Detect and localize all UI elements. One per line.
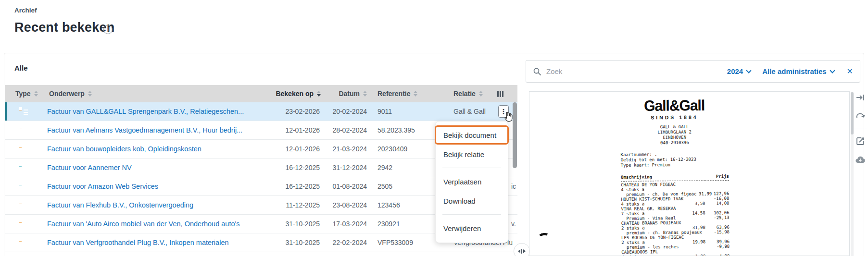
- column-header-label: Onderwerp: [49, 90, 85, 98]
- reference-cell: 2942: [373, 164, 430, 171]
- edit-icon: [855, 136, 865, 146]
- reference-cell: 123456: [373, 201, 430, 209]
- preview-scrollbar[interactable]: [851, 92, 854, 134]
- subject-link[interactable]: Factuur voor Aannemer NV: [47, 164, 266, 171]
- tab-alle[interactable]: Alle: [14, 64, 28, 72]
- reference-cell: 58.2023.395: [373, 126, 430, 134]
- close-icon[interactable]: ✕: [847, 67, 853, 76]
- subject-link[interactable]: Factuur van 'Auto Airco mobiel van der V…: [47, 220, 266, 228]
- column-header-onderwerp[interactable]: Onderwerp: [47, 90, 266, 98]
- viewed-on-cell: 11-12-2025: [266, 201, 325, 209]
- sort-icon[interactable]: [363, 91, 367, 97]
- reference-cell: VFP533009: [373, 239, 430, 246]
- document-preview: Gall&Gall SINDS 1884 GALL & GALLLIMBURGL…: [529, 91, 850, 256]
- date-cell: 28-02-2024: [325, 126, 373, 134]
- viewed-on-cell: 31-10-2025: [266, 239, 325, 246]
- viewed-on-cell: 31-10-2025: [266, 220, 325, 228]
- info-icon[interactable]: i: [103, 25, 113, 34]
- download-button[interactable]: [855, 154, 866, 165]
- toolbar-divider: [854, 129, 867, 129]
- year-filter-value: 2024: [727, 67, 743, 75]
- column-settings-icon: [497, 91, 503, 97]
- column-header-referentie[interactable]: Referentie: [373, 90, 430, 98]
- recent-viewed-page: Archief Recent bekeken i Alle Type Onder…: [0, 0, 868, 256]
- viewed-on-cell: 12-01-2026: [266, 126, 325, 134]
- panel-resize-handle[interactable]: [514, 243, 530, 256]
- subject-link[interactable]: Factuur van Verfgroothandel Plug B.V., I…: [47, 239, 266, 246]
- menu-divider: [442, 214, 501, 215]
- date-cell: 17-03-2024: [325, 220, 373, 228]
- table-header-row: Type Onderwerp Bekeken op Datum Referent…: [5, 85, 517, 102]
- menu-item-download[interactable]: Download: [436, 191, 508, 210]
- chevron-down-icon: [830, 68, 835, 73]
- chevron-down-icon: [746, 68, 752, 73]
- viewed-on-cell: 23-02-2026: [266, 108, 325, 115]
- collapse-right-button[interactable]: [855, 92, 866, 103]
- menu-divider: [442, 168, 501, 168]
- reference-cell: 9011: [373, 108, 430, 115]
- page-title: Recent bekeken: [14, 20, 114, 35]
- reference-cell: 230921: [373, 220, 430, 228]
- panel-divider: [522, 53, 522, 256]
- sort-icon[interactable]: [479, 91, 483, 97]
- column-header-relatie[interactable]: Relatie: [430, 90, 500, 98]
- column-header-bekeken-op[interactable]: Bekeken op: [266, 90, 325, 98]
- subject-link[interactable]: Factuur voor Amazon Web Services: [47, 183, 266, 190]
- menu-item-bekijk-relatie[interactable]: Bekijk relatie: [436, 145, 508, 164]
- subject-link[interactable]: Factuur van Aelmans Vastgoedmanagement B…: [47, 126, 266, 134]
- date-cell: 31-12-2024: [325, 164, 373, 171]
- receipt-col-description: Omschrijving: [621, 174, 705, 182]
- sort-icon[interactable]: [88, 91, 92, 97]
- relation-cell-fragment: ic: [511, 183, 516, 190]
- receipt-logo: Gall&Gall: [620, 97, 729, 114]
- menu-item-bekijk-document[interactable]: Bekijk document: [436, 125, 508, 145]
- receipt-line: 4 stuks a1,004,00: [621, 254, 730, 256]
- receipt-lines: CHATEAU DE YON FIGEAC 4 stuks a premium …: [621, 182, 730, 256]
- search-bar: 2024 Alle administraties ✕: [526, 60, 860, 83]
- search-icon: [533, 67, 541, 76]
- table-row[interactable]: Factuur van GALL&GALL Sprengenpark B.V.,…: [5, 102, 517, 121]
- receipt-tagline: SINDS 1884: [620, 114, 729, 121]
- subject-link[interactable]: Factuur van Flexhub B.V., Onkostenvergoe…: [47, 201, 266, 209]
- column-header-datum[interactable]: Datum: [325, 90, 373, 98]
- viewed-on-cell: 16-12-2025: [266, 164, 325, 171]
- column-header-type[interactable]: Type: [5, 90, 47, 98]
- column-header-label: Referentie: [377, 90, 410, 98]
- menu-item-verplaatsen[interactable]: Verplaatsen: [436, 172, 508, 191]
- administration-filter-dropdown[interactable]: Alle administraties: [762, 67, 834, 75]
- reference-cell: 20230409: [373, 145, 430, 153]
- date-cell: 21-03-2024: [325, 145, 373, 153]
- administration-filter-value: Alle administraties: [762, 67, 826, 75]
- date-cell: 20-02-2024: [325, 108, 373, 115]
- resize-left-arrow-icon: [518, 249, 520, 253]
- redo-icon: [855, 111, 866, 121]
- table-scrollbar[interactable]: [513, 102, 517, 168]
- date-cell: 01-08-2024: [325, 183, 373, 190]
- receipt-meta: Kaartnummer: .Geldig tot en met: 16-12-2…: [621, 151, 729, 168]
- column-settings-button[interactable]: [500, 91, 512, 97]
- viewed-on-cell: 12-01-2026: [266, 145, 325, 153]
- mouse-cursor-hand-icon: [503, 111, 513, 122]
- relation-cell: Gall & Gall: [430, 108, 500, 115]
- breadcrumb[interactable]: Archief: [14, 7, 37, 14]
- resize-bar-icon: [521, 249, 522, 254]
- column-header-label: Bekeken op: [276, 90, 314, 98]
- preview-toolbar: [855, 92, 867, 172]
- receipt-col-price: Prijs: [705, 174, 729, 181]
- receipt-column-headers: Omschrijving Prijs: [621, 174, 729, 182]
- redo-button[interactable]: [855, 110, 866, 121]
- menu-item-verwijderen[interactable]: Verwijderen: [436, 219, 508, 238]
- resize-right-arrow-icon: [523, 249, 526, 253]
- year-filter-dropdown[interactable]: 2024: [727, 67, 751, 75]
- search-input[interactable]: [546, 67, 716, 75]
- edit-button[interactable]: [855, 136, 866, 146]
- date-cell: 22-02-2024: [325, 239, 373, 246]
- sort-desc-icon[interactable]: [317, 91, 321, 97]
- subject-link[interactable]: Factuur van GALL&GALL Sprengenpark B.V.,…: [47, 108, 266, 115]
- relation-cell-fragment: v.: [511, 220, 516, 228]
- sort-icon[interactable]: [414, 91, 417, 97]
- sort-icon[interactable]: [34, 91, 38, 97]
- subject-link[interactable]: Factuur van bouwopleiders kob, Opleiding…: [47, 145, 266, 153]
- date-cell: 23-08-2024: [325, 201, 373, 209]
- column-header-label: Type: [15, 90, 31, 98]
